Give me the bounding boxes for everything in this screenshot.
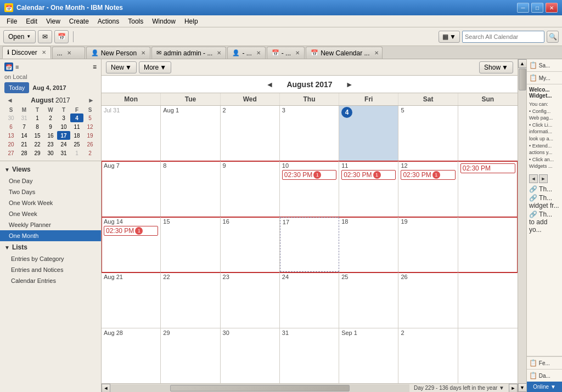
tab-blank1-close[interactable]: ✕ bbox=[67, 50, 71, 56]
cal-next-button[interactable]: ► bbox=[341, 80, 358, 89]
mini-cal-day[interactable]: 9 bbox=[44, 122, 57, 131]
cal-cell[interactable]: 2 bbox=[221, 106, 280, 161]
mini-cal-day[interactable]: 6 bbox=[4, 122, 18, 131]
welcome-item-1[interactable]: 🔗 Th... bbox=[529, 185, 560, 193]
mini-cal-day[interactable]: 30 bbox=[4, 113, 18, 122]
mini-cal-day-selected[interactable]: 17 bbox=[57, 131, 70, 140]
list-entries-category[interactable]: Entries by Category bbox=[0, 253, 101, 264]
show-button[interactable]: Show ▼ bbox=[479, 61, 513, 73]
cal-cell[interactable]: 02:30 PM bbox=[458, 161, 518, 216]
mini-cal-day[interactable]: 14 bbox=[18, 131, 31, 140]
menu-help[interactable]: Help bbox=[180, 16, 203, 26]
tab-admin[interactable]: ✉ admin admin - ... ✕ bbox=[151, 47, 226, 59]
cal-cell[interactable]: 16 bbox=[221, 217, 280, 272]
search-go-button[interactable]: 🔍 bbox=[547, 31, 559, 43]
scroll-left-btn[interactable]: ◄ bbox=[102, 384, 110, 393]
mini-cal-day[interactable]: 19 bbox=[83, 131, 97, 140]
mini-cal-day-today[interactable]: 4 bbox=[70, 113, 83, 122]
tab-discover-close[interactable]: ✕ bbox=[42, 49, 46, 55]
cal-cell[interactable]: 11 02:30 PM 1 bbox=[339, 161, 398, 216]
right-panel-my[interactable]: 📋 My... bbox=[527, 72, 562, 84]
cal-cell[interactable]: 9 bbox=[221, 161, 280, 216]
sidebar-menu-icon[interactable]: ≡ bbox=[93, 63, 97, 71]
mini-cal-day[interactable]: 8 bbox=[31, 122, 44, 131]
cal-cell[interactable] bbox=[458, 328, 518, 383]
scroll-up-btn[interactable]: ▲ bbox=[518, 59, 527, 68]
cal-event[interactable]: 02:30 PM 1 bbox=[104, 226, 158, 236]
tab-newperson[interactable]: 👤 New Person ✕ bbox=[86, 47, 150, 59]
tab-cal1[interactable]: 📅 - ... ✕ bbox=[267, 47, 305, 59]
mini-cal-day[interactable]: 26 bbox=[83, 140, 97, 149]
cal-cell[interactable]: 31 bbox=[280, 328, 339, 383]
new-button[interactable]: New ▼ bbox=[106, 61, 137, 73]
cal-cell[interactable]: 30 bbox=[221, 328, 280, 383]
menu-view[interactable]: View bbox=[42, 16, 65, 26]
right-panel-sa[interactable]: 📋 Sa... bbox=[527, 59, 562, 72]
mini-cal-day[interactable]: 23 bbox=[44, 140, 57, 149]
cal-cell[interactable]: 15 bbox=[161, 217, 220, 272]
cal-event[interactable]: 02:30 PM bbox=[460, 163, 515, 173]
today-button[interactable]: Today bbox=[4, 82, 29, 93]
cal-cell[interactable]: Aug 7 bbox=[102, 161, 161, 216]
mini-cal-day[interactable]: 24 bbox=[57, 140, 70, 149]
tab-newcal[interactable]: 📅 New Calendar ... ✕ bbox=[306, 47, 383, 59]
cal-cell-17[interactable]: 17 bbox=[280, 217, 339, 272]
welcome-item-3[interactable]: 🔗 Th...to add yo... bbox=[529, 211, 560, 234]
view-one-day[interactable]: One Day bbox=[0, 175, 101, 186]
scroll-track[interactable] bbox=[110, 384, 409, 392]
cal-cell[interactable]: 26 bbox=[398, 272, 458, 327]
mini-cal-day[interactable]: 22 bbox=[31, 140, 44, 149]
cal-cell[interactable]: 22 bbox=[161, 272, 220, 327]
search-input[interactable] bbox=[462, 31, 544, 43]
menu-edit[interactable]: Edit bbox=[21, 16, 42, 26]
mini-cal-day[interactable]: 29 bbox=[31, 149, 44, 157]
welcome-item-2[interactable]: 🔗 Th...widget fr... bbox=[529, 194, 560, 209]
view-two-days[interactable]: Two Days bbox=[0, 186, 101, 197]
cal-cell[interactable]: Aug 28 bbox=[102, 328, 161, 383]
view-one-month[interactable]: One Month bbox=[0, 230, 101, 241]
cal-cell[interactable]: 19 bbox=[398, 217, 458, 272]
cal-cell[interactable]: Aug 14 02:30 PM 1 bbox=[102, 217, 161, 272]
more-button[interactable]: More ▼ bbox=[139, 61, 171, 73]
cal-cell-today[interactable]: 4 bbox=[339, 106, 398, 161]
tab-discover[interactable]: ℹ Discover ✕ bbox=[2, 46, 51, 59]
cal-cell[interactable]: 2 bbox=[398, 328, 458, 383]
tab-newcal-close[interactable]: ✕ bbox=[374, 50, 379, 56]
cal-cell[interactable]: Aug 21 bbox=[102, 272, 161, 327]
open-button[interactable]: Open ▼ bbox=[3, 30, 36, 43]
menu-actions[interactable]: Actions bbox=[93, 16, 123, 26]
mini-cal-day[interactable]: 25 bbox=[70, 140, 83, 149]
cal-event[interactable]: 02:30 PM 1 bbox=[341, 170, 396, 180]
lists-header[interactable]: ▼ Lists bbox=[0, 241, 101, 253]
mini-cal-day[interactable]: 31 bbox=[57, 149, 70, 157]
cal-cell[interactable]: 3 bbox=[280, 106, 339, 161]
cal-cell[interactable] bbox=[458, 272, 518, 327]
right-panel-da[interactable]: 📋 Da... bbox=[527, 369, 562, 382]
tab-newperson-close[interactable]: ✕ bbox=[141, 50, 145, 56]
cal-cell[interactable]: 25 bbox=[339, 272, 398, 327]
cal-cell[interactable]: Jul 31 bbox=[102, 106, 161, 161]
scroll-down-btn[interactable]: ▼ bbox=[518, 383, 527, 392]
horizontal-scrollbar[interactable]: ◄ Day 229 - 136 days left in the year ▼ … bbox=[102, 383, 518, 392]
mini-cal-day[interactable]: 2 bbox=[44, 113, 57, 122]
mini-cal-day[interactable]: 7 bbox=[18, 122, 31, 131]
tab-cal1-close[interactable]: ✕ bbox=[295, 50, 300, 56]
mini-cal-day[interactable]: 28 bbox=[18, 149, 31, 157]
cal-cell[interactable]: 24 bbox=[280, 272, 339, 327]
maximize-button[interactable]: □ bbox=[531, 3, 543, 13]
cal-cell[interactable]: 23 bbox=[221, 272, 280, 327]
tab-contact[interactable]: 👤 - ... ✕ bbox=[227, 47, 265, 59]
view-one-work-week[interactable]: One Work Week bbox=[0, 197, 101, 208]
mini-cal-day[interactable]: 31 bbox=[18, 113, 31, 122]
cal-cell[interactable]: 5 bbox=[398, 106, 458, 161]
mini-cal-day[interactable]: 12 bbox=[83, 122, 97, 131]
tab-blank1[interactable]: ... ✕ bbox=[52, 47, 85, 59]
list-entries-notices[interactable]: Entries and Notices bbox=[0, 264, 101, 275]
menu-tools[interactable]: Tools bbox=[123, 16, 148, 26]
mini-cal-day[interactable]: 1 bbox=[31, 113, 44, 122]
scroll-right-btn[interactable]: ► bbox=[509, 384, 518, 393]
email-toolbar-button[interactable]: ✉ bbox=[38, 30, 52, 43]
menu-window[interactable]: Window bbox=[148, 16, 180, 26]
cal-cell[interactable]: 29 bbox=[161, 328, 220, 383]
view-one-week[interactable]: One Week bbox=[0, 208, 101, 219]
